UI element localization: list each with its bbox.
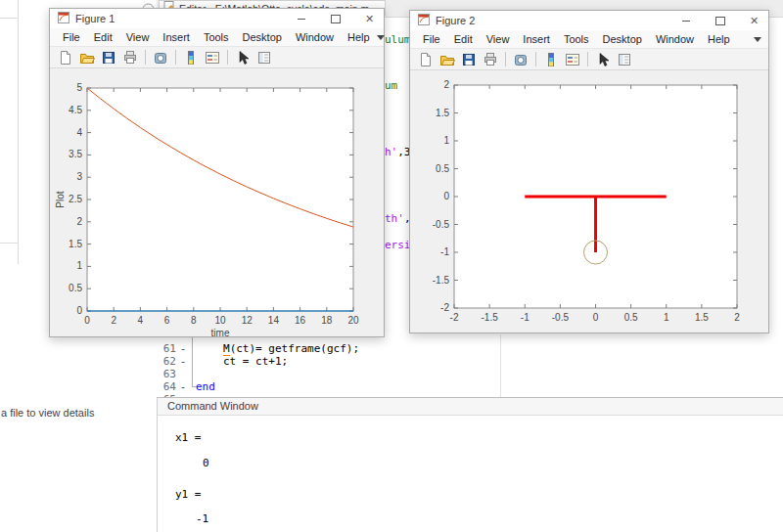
new-document-icon[interactable]: [56, 49, 75, 66]
figure-icon: [58, 12, 69, 25]
figure2-titlebar[interactable]: Figure 2 ✕: [410, 11, 768, 30]
y-tick-label: 1: [76, 260, 82, 271]
y-tick-label: 3.5: [69, 149, 82, 159]
y-tick-label: 3: [76, 171, 82, 182]
open-folder-icon[interactable]: [438, 51, 457, 68]
minimize-icon: [298, 19, 305, 20]
legend-icon[interactable]: [203, 49, 222, 66]
open-folder-icon[interactable]: [77, 49, 97, 66]
x-tick-label: -1.5: [482, 312, 499, 323]
code-line-61: 61-M(ct)= getframe(gcf);: [157, 342, 359, 355]
y-tick-label: 4: [76, 127, 82, 138]
x-tick-label: 0: [84, 315, 90, 326]
editor-right-margin-line: [500, 334, 501, 397]
menu-desktop[interactable]: Desktop: [236, 29, 289, 45]
colorbar-icon[interactable]: [541, 51, 561, 68]
menu-view[interactable]: View: [119, 29, 157, 45]
y-tick-label: 2.5: [69, 194, 82, 204]
code-text: [190, 368, 223, 380]
x-tick-label: -1: [521, 312, 530, 323]
link-plot-icon[interactable]: [511, 51, 530, 68]
menu-edit[interactable]: Edit: [87, 29, 119, 45]
menu-insert[interactable]: Insert: [516, 31, 557, 47]
print-icon[interactable]: [120, 49, 140, 66]
minimize-button[interactable]: [671, 11, 700, 30]
y-tick-label: -0.5: [433, 219, 450, 230]
menu-help[interactable]: Help: [701, 31, 737, 47]
menu-view[interactable]: View: [480, 31, 517, 47]
x-axis-label: time: [211, 328, 230, 336]
save-icon[interactable]: [99, 49, 118, 66]
toolbar-separator: [175, 50, 176, 65]
figure2-toolbar: [410, 48, 768, 70]
menu-edit[interactable]: Edit: [447, 31, 480, 47]
minimize-button[interactable]: [287, 9, 315, 28]
x-tick-label: 8: [191, 315, 197, 326]
property-editor-icon[interactable]: [254, 49, 274, 66]
x-tick-label: 1.5: [695, 312, 709, 323]
figure1-toolbar: [50, 46, 384, 68]
execution-gutter-mark: -: [176, 355, 190, 368]
edit-plot-arrow-icon[interactable]: [233, 49, 253, 66]
x-tick-label: 1: [664, 312, 669, 323]
x-tick-label: -0.5: [552, 312, 570, 323]
menubar-overflow-icon[interactable]: [377, 35, 385, 40]
y-tick-label: 5: [76, 82, 82, 93]
link-plot-icon[interactable]: [151, 49, 170, 66]
figure1-plot: 0246810121416182000.511.522.533.544.55ti…: [50, 68, 384, 336]
code-text: M(ct)= getframe(gcf);: [190, 342, 359, 355]
property-editor-icon[interactable]: [615, 51, 634, 68]
y-tick-label: 0.5: [69, 283, 82, 293]
window-title: Figure 2: [436, 15, 475, 26]
line-number: 63: [159, 368, 176, 380]
line-number: 62: [159, 355, 176, 368]
menu-window[interactable]: Window: [289, 29, 341, 45]
close-button[interactable]: ✕: [355, 9, 384, 28]
code-line-62: 62-ct = ct+1;: [157, 355, 288, 368]
editor-code-area[interactable]: 61-M(ct)= getframe(gcf);62-ct = ct+1;636…: [157, 337, 783, 397]
figure1-canvas: 0246810121416182000.511.522.533.544.55ti…: [50, 68, 384, 336]
x-tick-label: 4: [138, 315, 144, 326]
figure-icon: [418, 14, 430, 27]
x-tick-label: 12: [242, 315, 253, 326]
save-icon[interactable]: [459, 51, 479, 68]
y-tick-label: 2: [76, 216, 82, 227]
toolbar-separator: [535, 52, 536, 66]
menu-help[interactable]: Help: [341, 29, 377, 45]
close-icon: ✕: [750, 16, 759, 26]
new-document-icon[interactable]: [416, 51, 436, 68]
figure2-window: Figure 2 ✕ FileEditViewInsertToolsDeskto…: [409, 10, 769, 333]
command-window-output-area[interactable]: x1 = 0 y1 = -1: [158, 416, 783, 532]
y-tick-label: 0: [443, 191, 449, 201]
line-number: 64: [159, 380, 176, 393]
minimize-icon: [682, 21, 690, 22]
print-icon[interactable]: [481, 51, 500, 68]
toolbar-separator: [227, 50, 228, 65]
code-line-64: 64-end: [157, 380, 215, 393]
matlab-desktop: a file to view details Editor - E:\Matla…: [0, 0, 783, 532]
figure2-canvas: -2-1.5-1-0.500.511.52-2-1.5-1-0.500.511.…: [410, 70, 768, 332]
menu-tools[interactable]: Tools: [197, 29, 236, 45]
menubar-overflow-icon[interactable]: [754, 37, 761, 42]
details-placeholder-text: a file to view details: [1, 407, 94, 419]
figure1-titlebar[interactable]: Figure 1 ✕: [50, 9, 384, 28]
y-tick-label: 1: [443, 135, 449, 146]
command-window-header[interactable]: Command Window: [158, 398, 783, 416]
maximize-button[interactable]: [321, 9, 349, 28]
menu-file[interactable]: File: [56, 29, 87, 45]
x-tick-label: 0.5: [624, 312, 638, 323]
colorbar-icon[interactable]: [181, 49, 201, 66]
menu-desktop[interactable]: Desktop: [596, 31, 649, 47]
menu-tools[interactable]: Tools: [557, 31, 596, 47]
y-tick-label: 0.5: [436, 163, 449, 174]
edit-plot-arrow-icon[interactable]: [593, 51, 613, 68]
close-button[interactable]: ✕: [740, 11, 768, 30]
legend-icon[interactable]: [563, 51, 582, 68]
maximize-button[interactable]: [706, 11, 734, 30]
x-tick-label: 10: [214, 315, 226, 326]
menu-file[interactable]: File: [416, 31, 447, 47]
menu-window[interactable]: Window: [649, 31, 701, 47]
menu-insert[interactable]: Insert: [156, 29, 197, 45]
y-tick-label: -1.5: [433, 275, 450, 286]
cw-output-x1-value: 0: [203, 457, 209, 469]
